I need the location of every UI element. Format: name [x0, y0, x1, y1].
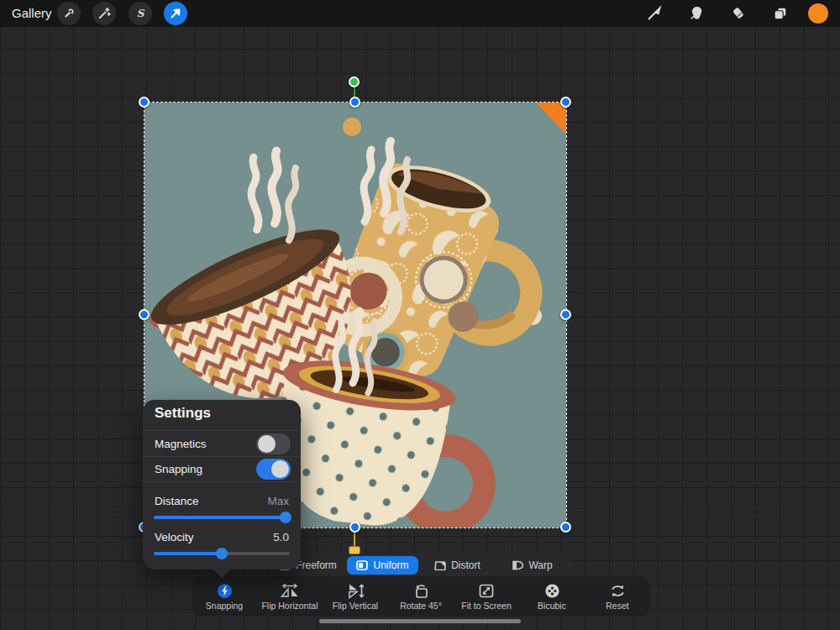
erase-tool-button[interactable] — [727, 3, 749, 24]
home-indicator[interactable] — [319, 619, 521, 623]
uniform-icon — [356, 560, 368, 570]
tab-warp[interactable]: Warp — [496, 556, 568, 575]
eraser-icon — [729, 4, 748, 23]
magnetics-label: Magnetics — [155, 438, 256, 450]
reset-button[interactable]: Reset — [585, 576, 650, 617]
reset-icon — [609, 583, 627, 599]
flip-horizontal-button[interactable]: Flip Horizontal — [257, 576, 323, 617]
transform-mode-tabs: Freeform Uniform Distort Warp — [270, 554, 570, 576]
flip-vertical-icon — [345, 583, 365, 599]
velocity-section: Velocity 5.0 — [143, 528, 301, 555]
brush-icon — [645, 4, 664, 23]
tab-uniform[interactable]: Uniform — [347, 556, 418, 575]
layers-icon — [771, 4, 790, 23]
flip-horizontal-icon — [280, 583, 300, 599]
velocity-slider[interactable] — [154, 552, 290, 555]
handle-mid-left[interactable] — [139, 309, 150, 320]
snapping-bolt-icon — [217, 583, 233, 599]
handle-top-center[interactable] — [349, 97, 360, 108]
fit-to-screen-button[interactable]: Fit to Screen — [454, 576, 519, 617]
top-toolbar: Gallery S — [0, 0, 840, 27]
tab-distort[interactable]: Distort — [422, 556, 493, 575]
color-swatch-button[interactable] — [808, 3, 828, 24]
procreate-app: Gallery S — [0, 0, 840, 630]
settings-popup-tail — [213, 570, 230, 578]
rotation-handle[interactable] — [349, 76, 360, 87]
smudge-tool-button[interactable] — [685, 3, 707, 24]
magnetics-row: Magnetics — [143, 430, 301, 456]
actions-button[interactable] — [57, 2, 81, 25]
gallery-button[interactable]: Gallery — [12, 6, 52, 20]
fit-to-screen-icon — [478, 583, 495, 599]
bicubic-icon — [544, 583, 560, 599]
magic-wand-icon — [97, 6, 112, 21]
distance-slider-knob[interactable] — [280, 512, 291, 523]
transform-arrow-icon — [168, 6, 183, 21]
handle-top-right[interactable] — [560, 97, 571, 108]
selection-button[interactable]: S — [129, 2, 152, 25]
bicubic-button[interactable]: Bicubic — [519, 576, 585, 617]
distance-section: Distance Max — [143, 492, 301, 519]
handle-mid-right[interactable] — [560, 309, 571, 320]
smudge-finger-icon — [687, 4, 706, 23]
settings-title: Settings — [155, 405, 211, 422]
layers-button[interactable] — [769, 3, 791, 24]
distance-slider[interactable] — [154, 516, 290, 519]
settings-popup: Settings Magnetics Snapping Distance Max — [143, 400, 301, 570]
wrench-icon — [61, 6, 76, 21]
handle-top-left[interactable] — [139, 97, 150, 108]
transform-button[interactable] — [164, 2, 187, 25]
snap-guide-pin — [349, 546, 360, 554]
snapping-button[interactable]: Snapping — [192, 576, 257, 617]
selection-s-icon: S — [133, 6, 148, 21]
velocity-slider-knob[interactable] — [216, 548, 228, 559]
adjustments-button[interactable] — [92, 2, 116, 25]
toggle-knob — [258, 435, 276, 453]
rotate-45-button[interactable]: Rotate 45° — [388, 576, 454, 617]
distort-icon — [434, 560, 446, 570]
svg-text:S: S — [137, 8, 145, 19]
transform-action-bar: Snapping Flip Horizontal Flip Vertical — [192, 576, 650, 617]
brush-tool-button[interactable] — [643, 3, 665, 24]
handle-bottom-center[interactable] — [349, 522, 360, 533]
velocity-value: 5.0 — [273, 531, 289, 543]
distance-value: Max — [267, 495, 289, 507]
flip-vertical-button[interactable]: Flip Vertical — [323, 576, 388, 617]
rotate-45-icon — [412, 583, 430, 599]
handle-bottom-right[interactable] — [560, 522, 571, 533]
warp-icon — [512, 560, 523, 570]
distance-label: Distance — [155, 495, 267, 507]
snapping-toggle[interactable] — [256, 459, 291, 480]
velocity-label: Velocity — [155, 531, 273, 543]
snapping-row: Snapping — [143, 456, 301, 482]
toggle-knob — [271, 460, 289, 478]
magnetics-toggle[interactable] — [256, 433, 291, 454]
snapping-label: Snapping — [155, 463, 256, 475]
